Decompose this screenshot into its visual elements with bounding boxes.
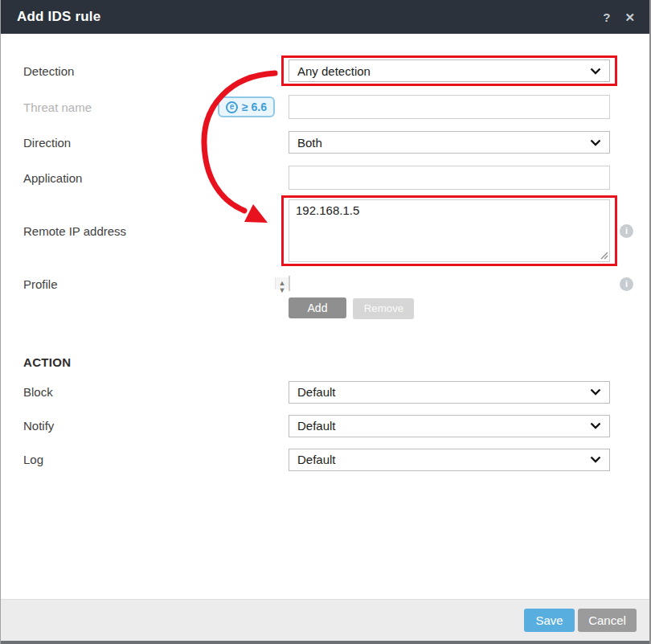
remote-ip-label: Remote IP address	[23, 224, 289, 238]
remote-ip-row: Remote IP address 192.168.1.5 i	[23, 195, 649, 266]
block-row: Block Default	[23, 381, 649, 404]
remove-button[interactable]: Remove	[353, 298, 414, 319]
direction-value: Both	[297, 136, 322, 150]
detection-select[interactable]: Any detection	[289, 59, 610, 82]
notify-value: Default	[297, 419, 336, 433]
block-value: Default	[297, 385, 336, 399]
log-select[interactable]: Default	[289, 449, 610, 471]
action-section-heading: ACTION	[23, 355, 649, 369]
log-value: Default	[297, 453, 336, 466]
detection-label: Detection	[23, 64, 289, 78]
badge-text: ≥ 6.6	[242, 100, 267, 113]
window-bottom-edge	[1, 641, 649, 644]
detection-row: Detection Any detection	[23, 55, 649, 86]
chevron-down-icon	[590, 388, 601, 396]
threat-name-label: Threat name	[23, 100, 92, 114]
notify-label: Notify	[23, 419, 289, 433]
close-icon[interactable]: ✕	[624, 11, 635, 23]
profile-label: Profile	[23, 277, 289, 291]
direction-row: Direction Both	[23, 131, 649, 154]
scroll-down-icon[interactable]: ▼	[279, 287, 286, 294]
cancel-button[interactable]: Cancel	[578, 609, 637, 632]
chevron-down-icon	[590, 456, 601, 463]
info-icon[interactable]: i	[620, 277, 633, 291]
remote-ip-highlight-box: 192.168.1.5	[281, 195, 617, 266]
remote-ip-textarea[interactable]: 192.168.1.5	[289, 199, 610, 262]
block-label: Block	[23, 385, 289, 399]
add-button[interactable]: Add	[289, 297, 346, 318]
chevron-down-icon	[590, 68, 601, 75]
save-button[interactable]: Save	[524, 609, 575, 632]
info-icon[interactable]: i	[620, 224, 633, 238]
profile-buttons-row: Add Remove	[23, 297, 649, 319]
add-ids-rule-dialog: Add IDS rule ? ✕ Detection Any detection…	[0, 0, 651, 644]
application-label: Application	[23, 171, 289, 185]
threat-name-row: Threat name e ≥ 6.6	[23, 95, 649, 119]
log-label: Log	[23, 453, 289, 466]
detection-value: Any detection	[297, 64, 371, 78]
help-icon[interactable]: ?	[603, 11, 610, 23]
dialog-title: Add IDS rule	[17, 9, 100, 25]
profile-scrollbar[interactable]: ▲ ▼	[275, 277, 289, 289]
detection-highlight-box: Any detection	[281, 55, 617, 86]
chevron-down-icon	[590, 422, 601, 429]
profile-row: Profile ▲ ▼ i	[23, 277, 649, 291]
direction-label: Direction	[23, 136, 289, 150]
block-select[interactable]: Default	[289, 381, 610, 404]
notify-select[interactable]: Default	[289, 415, 610, 437]
titlebar-icons: ? ✕	[603, 11, 635, 23]
resize-handle-icon[interactable]	[600, 252, 608, 260]
titlebar: Add IDS rule ? ✕	[1, 0, 649, 34]
chevron-down-icon	[590, 139, 601, 146]
dialog-footer: Save Cancel	[1, 599, 649, 641]
eset-version-badge: e ≥ 6.6	[218, 96, 275, 117]
dialog-body: Detection Any detection Threat name e ≥ …	[1, 34, 649, 599]
application-input[interactable]	[289, 166, 610, 190]
log-row: Log Default	[23, 449, 649, 471]
direction-select[interactable]: Both	[289, 131, 610, 154]
threat-name-input[interactable]	[289, 95, 610, 119]
profile-listbox[interactable]: ▲ ▼	[289, 276, 290, 291]
application-row: Application	[23, 166, 649, 190]
notify-row: Notify Default	[23, 415, 649, 437]
eset-logo-icon: e	[226, 101, 238, 113]
